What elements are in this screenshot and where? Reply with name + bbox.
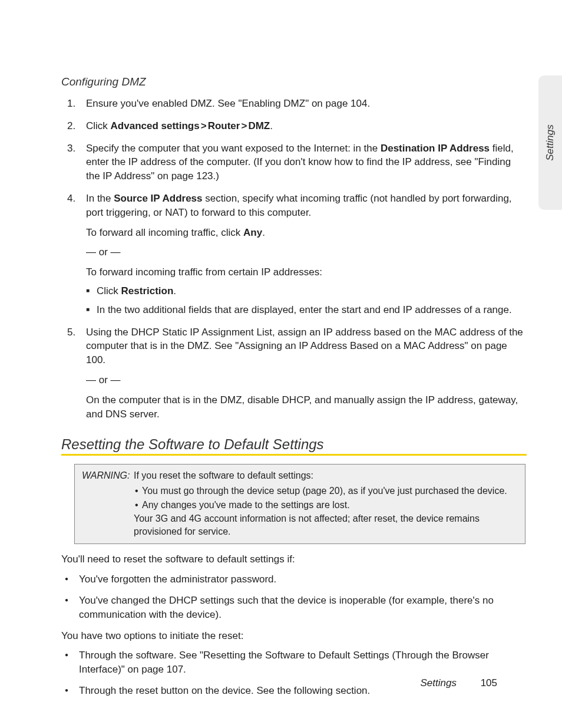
text: . (173, 285, 176, 297)
step-number: 1. (67, 97, 75, 111)
bold-advanced-settings: Advanced settings (111, 120, 200, 131)
step-number: 3. (67, 141, 75, 156)
bold-any: Any (243, 227, 262, 238)
page-content: Configuring DMZ 1. Ensure you've enabled… (61, 75, 527, 705)
step-text: Ensure you've enabled DMZ. See "Enabling… (86, 98, 370, 109)
section-rule (61, 454, 527, 456)
sub-bullet: In the two additional fields that are di… (86, 303, 527, 317)
or-separator: — or — (86, 245, 527, 259)
text: Specify the computer that you want expos… (86, 143, 381, 154)
step-text: In the Source IP Address section, specif… (86, 193, 512, 218)
footer-section: Settings (420, 677, 456, 689)
page-footer: Settings 105 (0, 677, 562, 689)
steps-list: 1. Ensure you've enabled DMZ. See "Enabl… (61, 97, 527, 421)
step-2: 2. Click Advanced settings>Router>DMZ. (61, 119, 527, 133)
sub-bullet: Click Restriction. (86, 284, 527, 298)
step-number: 5. (67, 325, 75, 340)
bold-source-ip: Source IP Address (114, 193, 202, 204)
chevron-right-icon: > (200, 120, 208, 131)
bullet-item: Through the software. See "Resetting the… (65, 648, 527, 677)
subheading-configuring-dmz: Configuring DMZ (61, 75, 527, 88)
bullet-item: You've changed the DHCP settings such th… (65, 594, 527, 622)
text: . (262, 227, 265, 238)
bullet-list: You've forgotten the administrator passw… (61, 572, 527, 621)
step-text: Click Advanced settings>Router>DMZ. (86, 120, 273, 131)
step-number: 4. (67, 192, 75, 206)
sub-bullet-list: Click Restriction. In the two additional… (86, 284, 527, 317)
footer-page-number: 105 (481, 677, 497, 689)
sub-paragraph: On the computer that is in the DMZ, disa… (86, 393, 527, 421)
bold-destination-ip: Destination IP Address (381, 143, 490, 154)
bold-dmz: DMZ (248, 120, 270, 131)
warning-box: WARNING: If you reset the software to de… (74, 464, 525, 544)
warning-intro: If you reset the software to default set… (134, 469, 518, 482)
text: Click (97, 285, 121, 297)
bullet-list: Through the software. See "Resetting the… (61, 648, 527, 697)
step-text: Specify the computer that you want expos… (86, 143, 514, 182)
step-5: 5. Using the DHCP Static IP Assignment L… (61, 325, 527, 421)
bullet-item: You've forgotten the administrator passw… (65, 572, 527, 587)
side-tab: Settings (538, 75, 562, 210)
warning-bullet: You must go through the device setup (pa… (134, 485, 518, 498)
text: In the (86, 193, 114, 204)
text: Click (86, 120, 111, 131)
text: To forward all incoming traffic, click (86, 227, 243, 238)
section-heading-resetting: Resetting the Software to Default Settin… (61, 436, 527, 453)
or-separator: — or — (86, 373, 527, 387)
bold-restriction: Restriction (121, 285, 174, 297)
sub-paragraph: To forward incoming traffic from certain… (86, 265, 527, 279)
bold-router: Router (208, 120, 240, 131)
warning-label: WARNING: (82, 469, 134, 538)
step-4: 4. In the Source IP Address section, spe… (61, 192, 527, 317)
sub-paragraph: To forward all incoming traffic, click A… (86, 226, 527, 240)
warning-body: If you reset the software to default set… (134, 469, 518, 538)
text: . (270, 120, 273, 131)
paragraph: You have two options to initiate the res… (61, 629, 527, 643)
step-text: Using the DHCP Static IP Assignment List… (86, 327, 523, 366)
step-1: 1. Ensure you've enabled DMZ. See "Enabl… (61, 97, 527, 111)
side-tab-label: Settings (544, 124, 556, 160)
warning-bullet: Any changes you've made to the settings … (134, 499, 518, 512)
step-number: 2. (67, 119, 75, 133)
chevron-right-icon: > (240, 120, 248, 131)
paragraph: You'll need to reset the software to def… (61, 552, 527, 566)
warning-note: Your 3G and 4G account information is no… (134, 512, 518, 538)
step-3: 3. Specify the computer that you want ex… (61, 141, 527, 183)
